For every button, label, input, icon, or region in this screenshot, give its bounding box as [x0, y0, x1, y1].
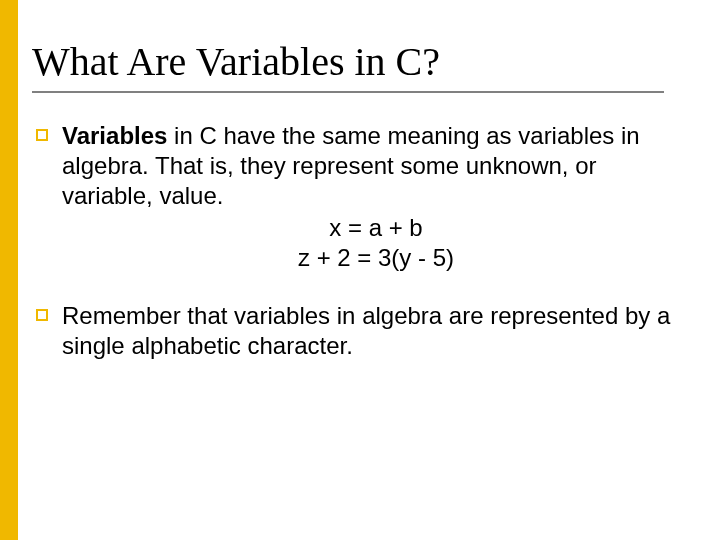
- equation-line: z + 2 = 3(y - 5): [62, 243, 690, 273]
- slide-content: What Are Variables in C? Variables in C …: [32, 38, 690, 389]
- accent-bar: [0, 0, 18, 540]
- bullet-bold: Variables: [62, 122, 167, 149]
- bullet-text: Remember that variables in algebra are r…: [62, 301, 690, 361]
- bullet-item: Remember that variables in algebra are r…: [32, 301, 690, 361]
- bullet-text: Variables in C have the same meaning as …: [62, 121, 690, 273]
- bullet-rest: Remember that variables in algebra are r…: [62, 302, 670, 359]
- equation-line: x = a + b: [62, 213, 690, 243]
- equations: x = a + b z + 2 = 3(y - 5): [62, 213, 690, 273]
- bullet-item: Variables in C have the same meaning as …: [32, 121, 690, 273]
- bullet-icon: [36, 309, 48, 321]
- bullet-icon: [36, 129, 48, 141]
- slide-title: What Are Variables in C?: [32, 38, 690, 85]
- title-underline: [32, 91, 664, 93]
